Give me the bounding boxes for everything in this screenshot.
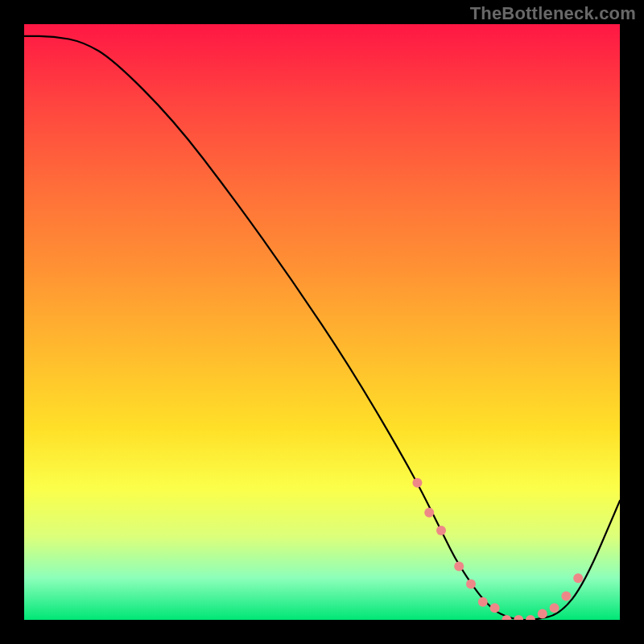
- highlight-dots: [412, 478, 583, 620]
- highlight-dot: [478, 597, 488, 607]
- watermark-text: TheBottleneck.com: [470, 3, 636, 24]
- highlight-dot: [436, 526, 446, 535]
- highlight-dot: [466, 580, 476, 589]
- highlight-dot: [514, 615, 523, 620]
- main-curve: [24, 36, 620, 620]
- highlight-dot: [424, 508, 434, 518]
- highlight-dot: [538, 609, 547, 619]
- highlight-dot: [573, 573, 583, 583]
- highlight-dot: [490, 603, 500, 613]
- highlight-dot: [454, 561, 464, 571]
- highlight-dot: [561, 591, 571, 601]
- chart-frame: TheBottleneck.com: [0, 0, 644, 644]
- highlight-dot: [550, 603, 559, 613]
- curve-svg: [24, 24, 620, 620]
- highlight-dot: [412, 478, 422, 488]
- plot-area: [24, 24, 620, 620]
- highlight-dot: [526, 615, 535, 620]
